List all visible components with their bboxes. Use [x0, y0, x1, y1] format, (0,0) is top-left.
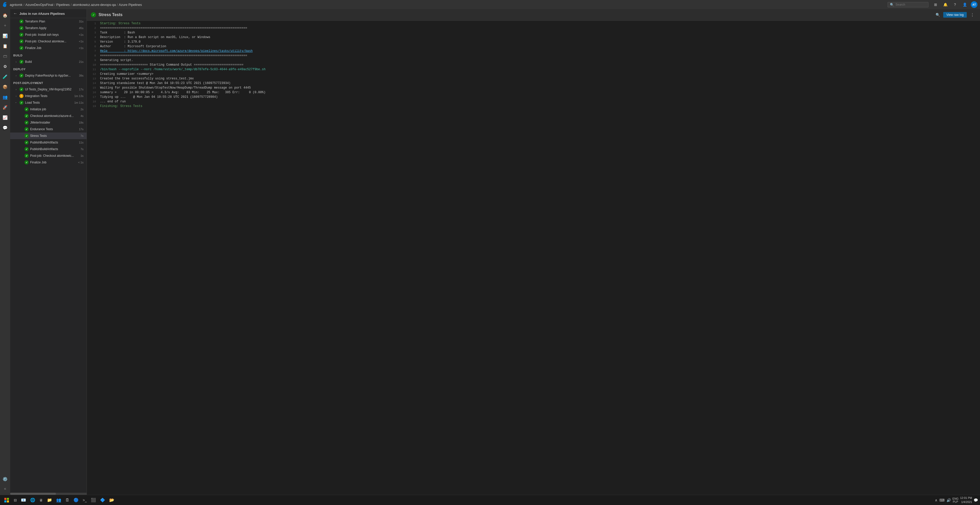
activity-data[interactable]: 📈 [0, 113, 10, 122]
activity-artifacts[interactable]: 📦 [0, 82, 10, 91]
taskbar-app8[interactable]: ⬛ [89, 495, 97, 505]
expand-icon[interactable]: › [14, 94, 18, 98]
breadcrumb-pipelines[interactable]: Pipelines [56, 3, 70, 6]
content-title: Stress Tests [99, 13, 932, 17]
line-number: 16 [89, 91, 96, 94]
job-item-publish-1[interactable]: ✓ PublishBuildArtifacts 11s [10, 139, 86, 146]
group-header-postdeploy: Post-deployment [10, 80, 86, 86]
activity-dashboards[interactable]: 📊 [0, 31, 10, 40]
help-icon[interactable]: ? [951, 1, 959, 8]
expand-icon[interactable]: › [14, 88, 18, 91]
content-status-dot: ✓ [91, 12, 96, 18]
sidebar: ← Jobs in run #Azure Pipelines ✓ Terrafo… [10, 9, 87, 495]
log-area[interactable]: 1Starting: Stress Tests2================… [87, 21, 980, 495]
breadcrumb-azure-pipelines[interactable]: Azure Pipelines [119, 3, 142, 6]
activity-people[interactable]: 👥 [0, 92, 10, 102]
taskbar-files[interactable]: 📁 [45, 495, 54, 505]
svg-rect-3 [7, 500, 9, 502]
bell-icon[interactable]: 🔔 [942, 1, 949, 8]
grid-icon[interactable]: ⊞ [932, 1, 939, 8]
volume-icon[interactable]: 🔊 [947, 498, 951, 502]
status-icon-success: ✓ [24, 134, 29, 138]
log-line: 7Help : https://docs.microsoft.com/azure… [87, 49, 980, 54]
activity-bar: 🏠 + 📊 📋 🗃 ⚙ 🧪 📦 👥 🚀 📈 💬 ⚙️ « [0, 9, 10, 495]
search-box[interactable]: 🔍 [888, 2, 928, 7]
line-number: 14 [89, 81, 96, 85]
job-item-post-ssh[interactable]: ✓ Post-job: Install ssh keys <1s [10, 32, 86, 38]
activity-testplans[interactable]: 🧪 [0, 72, 10, 81]
job-item-ui-tests[interactable]: › ✓ UI Tests_Deploy_VM-finproj21952 17s [10, 86, 86, 93]
activity-boards[interactable]: 📋 [0, 41, 10, 51]
expand-icon[interactable]: › [14, 74, 18, 77]
sidebar-scroll[interactable]: ✓ Terraform Plan 31s ✓ Terraform Apply 4… [10, 18, 86, 493]
taskbar-explorer[interactable]: 📂 [108, 495, 116, 505]
taskbar-sys: ∧ ⌨ 🔊 [935, 498, 951, 502]
job-item-build[interactable]: › ✓ Build 21s [10, 59, 86, 65]
line-number: 15 [89, 86, 96, 89]
activity-rocket[interactable]: 🚀 [0, 103, 10, 112]
log-line: 6Author : Microsoft Corporation [87, 45, 980, 49]
taskbar-vscode[interactable]: 🔷 [99, 495, 107, 505]
back-button[interactable]: ← [13, 11, 18, 16]
expand-icon [19, 141, 23, 144]
app6-icon: 🗓 [65, 498, 70, 502]
status-icon-success: ✓ [19, 73, 24, 78]
job-name: Finalize Job [30, 161, 76, 164]
taskbar-chrome[interactable]: 🔵 [72, 495, 80, 505]
search-input[interactable] [896, 3, 926, 6]
job-item-initialize-job[interactable]: ✓ Initialize job 2s [10, 106, 86, 113]
breadcrumb-agntomk[interactable]: agntomk [10, 3, 22, 6]
chevron-up-icon[interactable]: ∧ [935, 498, 937, 502]
activity-home[interactable]: 🏠 [0, 11, 10, 20]
job-item-deploy[interactable]: › ✓ Deploy FakerRestApi to AppSer... 39s [10, 72, 86, 79]
activity-add[interactable]: + [0, 21, 10, 30]
job-item-finalize-2[interactable]: ✓ Finalize Job < 1s [10, 159, 86, 166]
sidebar-horizontal-scroll[interactable] [10, 493, 86, 495]
search-log-icon[interactable]: 🔍 [934, 11, 941, 18]
person-icon[interactable]: 👤 [961, 1, 968, 8]
job-item-terraform-apply[interactable]: ✓ Terraform Apply 45s [10, 25, 86, 32]
taskbar-teams[interactable]: 👥 [55, 495, 63, 505]
job-item-finalize-1[interactable]: ✓ Finalize Job <1s [10, 45, 86, 51]
activity-settings[interactable]: ⚙️ [0, 474, 10, 484]
activity-chat[interactable]: 💬 [0, 123, 10, 132]
svg-rect-2 [4, 500, 6, 502]
view-raw-button[interactable]: View raw log [943, 12, 967, 18]
taskbar-rdp[interactable]: 🖥 [38, 495, 45, 505]
expand-icon [19, 154, 23, 158]
job-item-publish-2[interactable]: ✓ PublishBuildArtifacts 7s [10, 146, 86, 153]
job-item-stress-tests[interactable]: ✓ Stress Tests 7s [10, 132, 86, 139]
taskbar-terminal[interactable]: >_ [81, 495, 88, 505]
breadcrumb-org[interactable]: AzureDevOpsFinal [25, 3, 53, 6]
start-button[interactable] [2, 495, 11, 505]
taskbar-app6[interactable]: 🗓 [64, 495, 71, 505]
job-item-post-checkout-2[interactable]: ✓ Post-job: Checkout atomkowic... 1s [10, 153, 86, 159]
job-item-integration-tests[interactable]: › ! Integration Tests 1m 13s [10, 93, 86, 99]
line-text[interactable]: Help : https://docs.microsoft.com/azure/… [100, 49, 253, 53]
notification-icon[interactable]: 💬 [974, 498, 978, 502]
keyboard-icon[interactable]: ⌨ [939, 498, 945, 502]
job-item-post-checkout-1[interactable]: ✓ Post-job: Checkout atomkow... <1s [10, 38, 86, 45]
job-item-checkout[interactable]: ✓ Checkout atomkowicz/azure-d... 4s [10, 113, 86, 119]
taskbar-outlook[interactable]: 📧 [19, 495, 27, 505]
line-text: Description : Run a Bash script on macOS… [100, 35, 210, 39]
job-item-endurance-tests[interactable]: ✓ Endurance Tests 17s [10, 126, 86, 132]
more-options-button[interactable]: ⋮ [969, 12, 976, 18]
breadcrumb-repo[interactable]: atomkowicz.azure-devops-qa [73, 3, 116, 6]
expand-icon-expanded[interactable]: › [14, 101, 18, 104]
activity-repos[interactable]: 🗃 [0, 52, 10, 61]
expand-icon[interactable]: › [14, 60, 18, 64]
taskbar-app2[interactable]: 🌐 [29, 495, 37, 505]
job-duration: 31s [79, 20, 83, 23]
activity-collapse[interactable]: « [0, 484, 10, 493]
job-item-terraform-plan[interactable]: ✓ Terraform Plan 31s [10, 18, 86, 25]
job-item-jmeterinstaller[interactable]: ✓ JMeterInstaller 19s [10, 119, 86, 126]
line-text: ========================== Starting Comm… [100, 63, 243, 67]
avatar[interactable]: AT [971, 1, 977, 8]
taskbar-taskview[interactable]: ⊟ [12, 495, 18, 505]
expand-icon [19, 121, 23, 124]
status-icon-success: ✓ [19, 100, 24, 105]
job-item-load-tests[interactable]: › ✓ Load Tests 1m 11s [10, 99, 86, 106]
activity-pipelines[interactable]: ⚙ [0, 62, 10, 71]
log-line: 9Generating script. [87, 59, 980, 63]
